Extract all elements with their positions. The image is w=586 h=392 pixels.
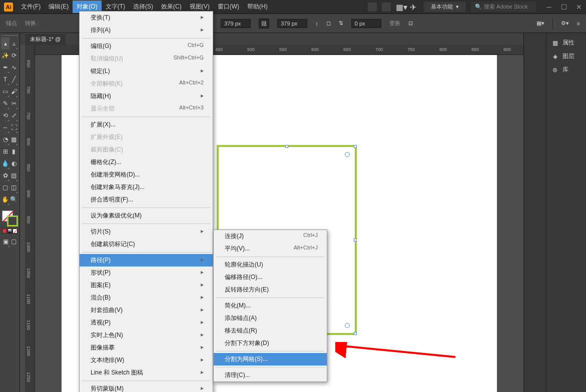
scale-tool[interactable]: ⤢: [10, 110, 18, 122]
menu-item[interactable]: 创建对象马赛克(J)...: [80, 181, 213, 194]
artboard-tool[interactable]: ▢: [1, 182, 10, 194]
screen-mode[interactable]: ▣: [2, 236, 10, 248]
menu-edit[interactable]: 编辑(E): [45, 0, 73, 13]
menu-item: 裁剪图像(C): [80, 144, 213, 156]
workspace-switcher[interactable]: 基本功能 ▾: [424, 2, 466, 12]
close-button[interactable]: ✕: [576, 4, 582, 10]
eyedropper-tool[interactable]: 💧: [1, 158, 10, 170]
svg-line-0: [343, 346, 455, 357]
menu-item[interactable]: 混合(B)▸: [80, 292, 213, 304]
menu-item[interactable]: Line 和 Sketch 图稿▸: [80, 366, 213, 379]
menu-item[interactable]: 图像描摹▸: [80, 342, 213, 354]
gpu-icon[interactable]: ✈: [410, 2, 419, 12]
isolate-icon[interactable]: ⊡: [408, 20, 413, 26]
hand-tool[interactable]: ✋: [1, 194, 10, 206]
stock-icon[interactable]: [382, 2, 391, 12]
selection-tool[interactable]: ▴: [1, 38, 10, 50]
transform-button[interactable]: 变换: [389, 20, 400, 27]
width-tool[interactable]: ↔: [1, 122, 10, 134]
width-input[interactable]: [221, 19, 251, 28]
menu-icon[interactable]: ≡: [577, 20, 580, 26]
menu-item[interactable]: 实时上色(N)▸: [80, 329, 213, 342]
menu-item[interactable]: 栅格化(Z)...: [80, 156, 213, 168]
submenu-item[interactable]: 移去锚点(R): [214, 324, 327, 337]
minimize-button[interactable]: ─: [546, 4, 552, 10]
offset-stepper[interactable]: ⇅: [339, 20, 343, 26]
free-transform-tool[interactable]: ⛶: [10, 122, 18, 134]
corner-icon: ◻: [326, 20, 331, 26]
collapsed-panel-strip[interactable]: [523, 33, 546, 392]
lasso-tool[interactable]: ⟳: [10, 50, 18, 62]
submenu-item[interactable]: 添加锚点(A): [214, 312, 327, 324]
offset-input[interactable]: [351, 19, 381, 28]
graph-tool[interactable]: ▤: [10, 170, 18, 182]
menu-item[interactable]: 剪切蒙版(M)▸: [80, 382, 213, 392]
bridge-icon[interactable]: [368, 2, 377, 12]
line-tool[interactable]: ╱: [10, 74, 18, 86]
link-icon[interactable]: ⛓: [259, 18, 269, 28]
menu-item[interactable]: 排列(A)▸: [80, 24, 213, 36]
maximize-button[interactable]: ☐: [561, 4, 567, 10]
panel-layers[interactable]: ◈图层: [546, 50, 586, 63]
rotate-tool[interactable]: ⟲: [1, 110, 10, 122]
align-icon[interactable]: ▦▾: [536, 20, 544, 26]
app-logo: Ai: [4, 2, 13, 12]
menu-item[interactable]: 拼合透明度(F)...: [80, 194, 213, 206]
curvature-tool[interactable]: ∿: [10, 62, 18, 74]
change-screen[interactable]: ▢: [10, 236, 18, 248]
menu-item[interactable]: 形状(P)▸: [80, 266, 213, 279]
mesh-tool[interactable]: ⊞: [1, 146, 10, 158]
submenu-item[interactable]: 连接(J)Ctrl+J: [214, 230, 327, 242]
submenu-item[interactable]: 分割下方对象(D): [214, 337, 327, 350]
color-picker[interactable]: ▣▢: [1, 210, 19, 248]
submenu-item[interactable]: 轮廓化描边(U): [214, 258, 327, 271]
submenu-item[interactable]: 简化(M)...: [214, 300, 327, 312]
doc-tab[interactable]: 未标题-1* @: [25, 33, 66, 45]
perspective-tool[interactable]: ▦: [10, 134, 18, 146]
menu-item[interactable]: 图案(E)▸: [80, 279, 213, 292]
pen-tool[interactable]: ✒: [1, 62, 10, 74]
magic-wand-tool[interactable]: ✨: [1, 50, 10, 62]
submenu-item[interactable]: 偏移路径(O)...: [214, 271, 327, 284]
menu-item[interactable]: 创建裁切标记(C): [80, 238, 213, 250]
menu-item[interactable]: 变换(T)▸: [80, 12, 213, 24]
menu-item[interactable]: 隐藏(H)▸: [80, 90, 213, 102]
height-input[interactable]: [277, 19, 307, 28]
slice-tool[interactable]: ◫: [10, 182, 18, 194]
panel-libraries[interactable]: ⊚库: [546, 63, 586, 76]
search-stock[interactable]: 🔍搜索 Adobe Stock: [471, 2, 536, 12]
menu-file[interactable]: 文件(F): [17, 0, 45, 13]
arrange-icon[interactable]: ▦▾: [396, 2, 405, 12]
submenu-item[interactable]: 平均(V)...Alt+Ctrl+J: [214, 242, 327, 255]
rect-tool[interactable]: ▭: [1, 86, 10, 98]
menu-item[interactable]: 路径(P)▸: [80, 254, 213, 266]
panel-properties[interactable]: ▦属性: [546, 36, 586, 50]
menu-item[interactable]: 封套扭曲(V)▸: [80, 304, 213, 316]
menu-item[interactable]: 扩展(X)...: [80, 118, 213, 131]
blend-tool[interactable]: ◐: [10, 158, 18, 170]
submenu-item[interactable]: 清理(C)...: [214, 369, 327, 382]
shaper-tool[interactable]: ✎: [1, 98, 10, 110]
direct-select-tool[interactable]: ▵: [10, 38, 18, 50]
zoom-tool[interactable]: 🔍: [10, 194, 18, 206]
type-tool[interactable]: T: [1, 74, 10, 86]
submenu-item[interactable]: 反转路径方向(E): [214, 284, 327, 296]
menu-item[interactable]: 锁定(L)▸: [80, 65, 213, 78]
menu-item: 取消编组(U)Shift+Ctrl+G: [80, 52, 213, 65]
menu-item[interactable]: 编组(G)Ctrl+G: [80, 40, 213, 52]
brush-tool[interactable]: 🖌: [10, 86, 18, 98]
shape-builder-tool[interactable]: ◔: [1, 134, 10, 146]
menu-item[interactable]: 切片(S)▸: [80, 226, 213, 238]
settings-icon[interactable]: ⚙▾: [561, 20, 569, 26]
menu-item[interactable]: 文本绕排(W)▸: [80, 354, 213, 366]
symbol-spray-tool[interactable]: ✿: [1, 170, 10, 182]
eraser-tool[interactable]: ✂: [10, 98, 18, 110]
menu-help[interactable]: 帮助(H): [243, 0, 272, 13]
search-icon: 🔍: [475, 4, 482, 10]
menu-window[interactable]: 窗口(W): [214, 0, 243, 13]
menu-item[interactable]: 设为像素级优化(M): [80, 210, 213, 222]
menu-item[interactable]: 创建渐变网格(D)...: [80, 168, 213, 181]
menu-item[interactable]: 透视(P)▸: [80, 316, 213, 329]
gradient-tool[interactable]: ▮: [10, 146, 18, 158]
submenu-item[interactable]: 分割为网格(S)...: [214, 353, 327, 366]
